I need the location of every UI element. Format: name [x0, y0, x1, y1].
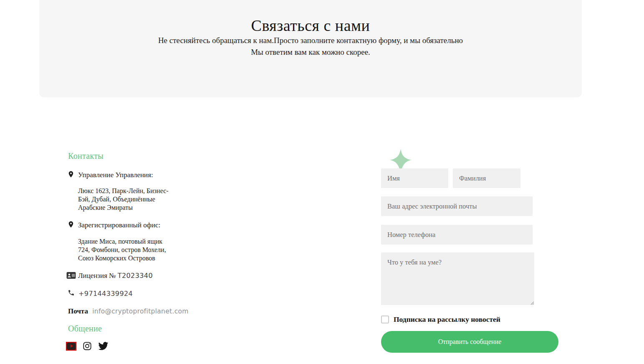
subtitle-line-1: Не стесняйтесь обращаться к нам.Просто з… [39, 35, 582, 46]
newsletter-label[interactable]: Подписка на рассылку новостей [394, 315, 500, 324]
location-pin-icon [67, 220, 75, 230]
office-1-title: Управление Управления: [78, 171, 153, 179]
office-2-title: Зарегистрированный офис: [78, 221, 160, 229]
youtube-icon[interactable] [66, 342, 76, 351]
page-title: Связаться с нами [39, 16, 582, 35]
contacts-heading: Контакты [68, 151, 104, 161]
first-name-input[interactable] [381, 168, 448, 188]
send-message-button[interactable]: Отправить сообщение [381, 331, 558, 353]
email-address[interactable]: info@cryptoprofitplanet.com [92, 308, 188, 315]
phone-number: +97144339924 [78, 290, 133, 298]
mail-row: Почта info@cryptoprofitplanet.com [68, 307, 189, 316]
twitter-icon[interactable] [98, 342, 109, 351]
contact-page: Связаться с нами Не стесняйтесь обращать… [0, 0, 644, 364]
message-textarea[interactable] [381, 252, 534, 305]
email-input[interactable] [381, 196, 533, 216]
instagram-icon[interactable] [83, 341, 92, 351]
newsletter-checkbox[interactable] [381, 316, 389, 323]
social-heading: Общение [68, 324, 102, 333]
license-row: Лицензия № T2023340 [78, 272, 153, 280]
phone-input[interactable] [381, 225, 533, 244]
license-label: Лицензия № [78, 272, 116, 280]
office-1-address: Люкс 1623, Парк-Лейн, Бизнес- Бэй, Дубай… [78, 187, 169, 212]
mail-label: Почта [68, 307, 88, 315]
license-number: T2023340 [118, 272, 153, 280]
subtitle-line-2: Мы ответим вам как можно скорее. [39, 46, 582, 58]
office-2-address: Здание Миса, почтовый ящик 724, Фомбони,… [78, 237, 166, 262]
social-links [66, 341, 109, 351]
hero-section: Связаться с нами Не стесняйтесь обращать… [39, 0, 582, 97]
last-name-input[interactable] [453, 168, 520, 188]
page-subtitle: Не стесняйтесь обращаться к нам.Просто з… [39, 35, 582, 58]
phone-icon [68, 289, 75, 298]
id-card-icon [66, 272, 76, 281]
location-pin-icon [67, 170, 75, 180]
